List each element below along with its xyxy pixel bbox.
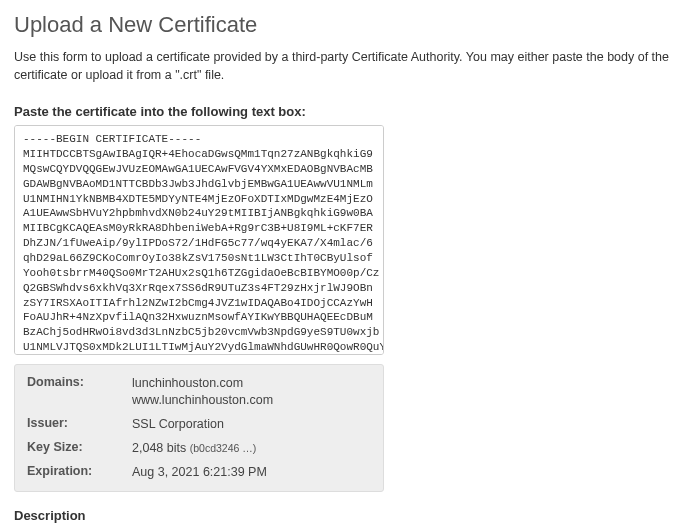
domain-2: www.lunchinhouston.com <box>132 392 273 409</box>
paste-label: Paste the certificate into the following… <box>14 104 674 119</box>
certificate-input[interactable] <box>14 125 384 355</box>
info-row-domains: Domains: lunchinhouston.com www.lunchinh… <box>27 375 371 409</box>
keysize-label: Key Size: <box>27 440 132 454</box>
info-row-keysize: Key Size: 2,048 bits (b0cd3246 …) <box>27 440 371 457</box>
keysize-bits: 2,048 bits <box>132 441 186 455</box>
expiration-value: Aug 3, 2021 6:21:39 PM <box>132 464 267 481</box>
keysize-value: 2,048 bits (b0cd3246 …) <box>132 440 256 457</box>
domains-value: lunchinhouston.com www.lunchinhouston.co… <box>132 375 273 409</box>
expiration-label: Expiration: <box>27 464 132 478</box>
info-row-expiration: Expiration: Aug 3, 2021 6:21:39 PM <box>27 464 371 481</box>
issuer-label: Issuer: <box>27 416 132 430</box>
domain-1: lunchinhouston.com <box>132 375 273 392</box>
page-intro: Use this form to upload a certificate pr… <box>14 48 674 84</box>
keysize-hash: (b0cd3246 …) <box>190 442 257 454</box>
page-title: Upload a New Certificate <box>14 12 674 38</box>
domains-label: Domains: <box>27 375 132 389</box>
info-row-issuer: Issuer: SSL Corporation <box>27 416 371 433</box>
issuer-value: SSL Corporation <box>132 416 224 433</box>
description-label: Description <box>14 508 674 523</box>
certificate-info-panel: Domains: lunchinhouston.com www.lunchinh… <box>14 364 384 491</box>
